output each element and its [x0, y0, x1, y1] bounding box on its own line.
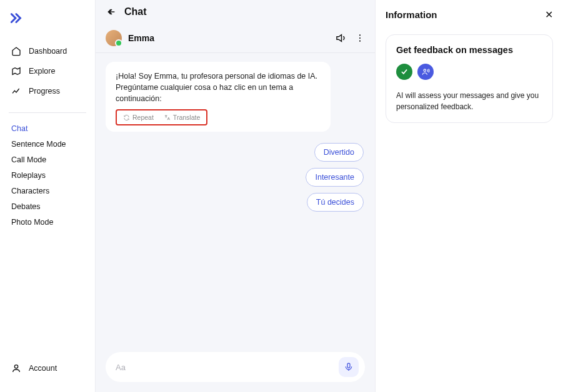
account-label: Account: [29, 364, 57, 373]
suggestion-chips: Divertido Interesante Tú decides: [106, 143, 365, 212]
nav-secondary: Chat Sentence Mode Call Mode Roleplays C…: [0, 124, 95, 227]
feedback-card: Get feedback on messages AI will assess …: [386, 34, 553, 123]
tutor-avatar: [106, 30, 122, 46]
suggestion-chip[interactable]: Interesante: [306, 168, 364, 187]
more-vertical-icon: [355, 33, 365, 43]
nav-label: Progress: [29, 87, 60, 96]
svg-point-1: [359, 34, 361, 36]
info-panel: Information ✕ Get feedback on messages A…: [376, 0, 563, 392]
repeat-icon: [123, 114, 130, 121]
nav-label: Dashboard: [29, 47, 67, 56]
message-actions-highlight: Repeat Translate: [116, 109, 207, 125]
subnav-photo-mode[interactable]: Photo Mode: [11, 218, 84, 227]
account-link[interactable]: Account: [0, 358, 95, 386]
subnav-chat[interactable]: Chat: [11, 124, 84, 133]
speaker-icon: [335, 32, 346, 44]
arrow-left-icon: [106, 7, 117, 17]
nav-label: Explore: [29, 67, 55, 76]
suggestion-chip[interactable]: Tú decides: [307, 193, 364, 212]
check-badge: [396, 64, 412, 80]
nav-dashboard[interactable]: Dashboard: [9, 41, 86, 61]
back-button[interactable]: [106, 7, 117, 17]
assistant-message: ¡Hola! Soy Emma, tu profesora personal d…: [106, 62, 331, 132]
translate-button[interactable]: Translate: [159, 112, 205, 123]
nav-explore[interactable]: Explore: [9, 61, 86, 81]
chat-body: ¡Hola! Soy Emma, tu profesora personal d…: [96, 53, 375, 345]
close-button[interactable]: ✕: [545, 9, 553, 21]
subnav-characters[interactable]: Characters: [11, 187, 84, 195]
more-button[interactable]: [355, 33, 365, 43]
subnav-call-mode[interactable]: Call Mode: [11, 155, 84, 164]
info-card-title: Get feedback on messages: [396, 45, 542, 55]
mic-icon: [344, 362, 354, 372]
svg-point-0: [14, 365, 17, 368]
subnav-debates[interactable]: Debates: [11, 202, 84, 211]
svg-point-3: [359, 41, 361, 42]
subnav-roleplays[interactable]: Roleplays: [11, 171, 84, 180]
repeat-button[interactable]: Repeat: [118, 112, 159, 123]
info-description: AI will assess your messages and give yo…: [396, 90, 542, 112]
info-panel-title: Information: [386, 9, 437, 20]
person-voice-icon: [421, 67, 430, 76]
close-icon: ✕: [545, 9, 553, 20]
tutor-name: Emma: [128, 33, 329, 43]
suggestion-chip[interactable]: Divertido: [314, 143, 364, 162]
message-input[interactable]: [116, 363, 332, 372]
svg-rect-4: [347, 363, 350, 368]
mic-button[interactable]: [339, 357, 359, 377]
chat-header: Chat: [96, 0, 375, 24]
chat-subheader: Emma: [96, 24, 375, 53]
svg-point-2: [359, 37, 361, 39]
composer: [96, 345, 375, 392]
subnav-sentence-mode[interactable]: Sentence Mode: [11, 140, 84, 149]
sidebar: Dashboard Explore Progress Chat Sentence…: [0, 0, 95, 392]
sidebar-divider: [9, 112, 86, 113]
translate-icon: [164, 114, 171, 121]
voice-badge: [417, 64, 434, 80]
translate-label: Translate: [173, 114, 200, 121]
nav-progress[interactable]: Progress: [9, 81, 86, 101]
chat-panel: Chat Emma ¡Hola! Soy Emma, tu profesora …: [95, 0, 376, 392]
app-logo: [0, 6, 95, 41]
message-text: ¡Hola! Soy Emma, tu profesora personal d…: [116, 71, 321, 104]
page-title: Chat: [124, 6, 147, 17]
nav-primary: Dashboard Explore Progress: [0, 41, 95, 101]
speaker-button[interactable]: [335, 32, 346, 44]
info-header: Information ✕: [386, 9, 553, 21]
check-icon: [400, 67, 409, 76]
repeat-label: Repeat: [132, 114, 154, 121]
svg-point-5: [424, 69, 426, 72]
